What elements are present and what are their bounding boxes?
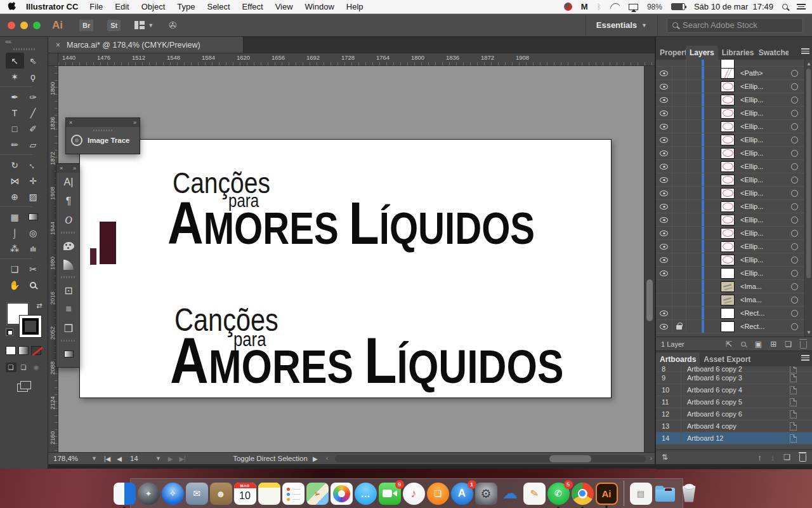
red-app-menu-icon[interactable] — [564, 3, 572, 11]
arrange-documents-button[interactable]: ▼ — [134, 21, 154, 29]
tool-button[interactable]: ✏ — [6, 137, 24, 152]
visibility-cell[interactable] — [656, 280, 672, 293]
lock-icon[interactable] — [676, 325, 682, 330]
dock-item[interactable]: ✆ 5 — [547, 483, 570, 505]
swap-fill-stroke-icon[interactable]: ⇄ — [36, 302, 42, 310]
visibility-cell[interactable] — [656, 240, 672, 253]
new-artboard-icon[interactable]: ❏ — [783, 453, 790, 462]
tool-button[interactable]: ↻ — [6, 157, 24, 173]
menu-item[interactable]: Object — [141, 2, 166, 11]
zoom-dropdown-icon[interactable]: ▼ — [88, 455, 101, 462]
artboard-name[interactable]: Artboard 12 — [681, 434, 790, 442]
wifi-icon[interactable] — [610, 3, 620, 10]
lock-cell[interactable] — [672, 60, 686, 66]
visibility-cell[interactable] — [656, 173, 672, 186]
layer-label[interactable]: <Ellip... — [740, 149, 791, 157]
workspace-switcher[interactable]: Essentials▼ — [586, 15, 658, 35]
collapsed-panel-icon[interactable]: ⊡ — [56, 281, 81, 300]
lock-cell[interactable] — [672, 200, 686, 213]
panel-tab[interactable]: Libraries — [718, 46, 755, 60]
layer-label[interactable]: <Path> — [740, 69, 791, 77]
layer-thumbnail[interactable] — [721, 95, 735, 105]
artboard-row[interactable]: 9 Artboard 6 copy 3 — [656, 372, 812, 384]
target-circle-icon[interactable] — [791, 150, 798, 157]
scrollbar-thumb[interactable] — [646, 279, 653, 321]
collapsed-panel-icon[interactable] — [56, 344, 81, 363]
status-menu-arrow[interactable]: ▶ — [313, 455, 318, 462]
layer-row[interactable]: <Ellip... — [656, 200, 812, 213]
artboard-row[interactable]: 14 Artboard 12 — [656, 432, 812, 444]
artboard-dropdown-icon[interactable]: ▼ — [152, 455, 165, 462]
draw-inside-button[interactable]: ◉ — [31, 363, 42, 372]
layer-row[interactable]: <Ellip... — [656, 240, 812, 253]
color-mode-button[interactable] — [6, 346, 16, 355]
eye-icon[interactable] — [660, 204, 668, 210]
layer-thumbnail[interactable] — [721, 68, 735, 79]
layer-label[interactable]: <Ellip... — [740, 269, 791, 277]
layer-row[interactable]: <Ima... — [656, 280, 812, 293]
artboard-14[interactable]: Canções para AMORES LÍQUIDOS Canções par… — [79, 139, 612, 398]
panel-menu-icon[interactable] — [801, 48, 809, 54]
layer-row[interactable]: <Ellip... — [656, 120, 812, 133]
layer-thumbnail[interactable] — [721, 81, 735, 92]
target-circle-icon[interactable] — [791, 97, 798, 104]
collapsed-panel-icon[interactable]: ¶ — [56, 192, 81, 211]
scroll-left-arrow[interactable]: ‹ — [326, 455, 328, 462]
tool-button[interactable]: ⌡ — [6, 225, 24, 241]
vertical-scrollbar[interactable] — [644, 66, 655, 452]
artboard-page-icon[interactable] — [790, 386, 797, 394]
target-circle-icon[interactable] — [791, 110, 798, 117]
layer-row[interactable]: <Ellip... — [656, 160, 812, 173]
lock-cell[interactable] — [672, 107, 686, 119]
lock-cell[interactable] — [672, 80, 686, 93]
layer-label[interactable]: <Ima... — [740, 283, 791, 290]
lock-cell[interactable] — [672, 93, 686, 106]
document-tab[interactable]: × Marca.ai* @ 178,4% (CMYK/Preview) — [48, 37, 244, 53]
layer-thumbnail[interactable] — [721, 161, 735, 172]
artboard-page-icon[interactable] — [790, 434, 797, 443]
layer-row[interactable]: <Rect... — [656, 320, 812, 333]
visibility-cell[interactable] — [656, 147, 672, 159]
panel-grip[interactable] — [93, 130, 112, 131]
panel-tab[interactable]: Swatches — [755, 46, 789, 60]
artboard-name[interactable]: Artboard 4 copy — [681, 422, 790, 430]
tool-button[interactable]: ❏ — [6, 261, 24, 277]
layer-thumbnail[interactable] — [721, 281, 735, 292]
visibility-cell[interactable] — [656, 107, 672, 119]
locate-object-icon[interactable] — [741, 342, 746, 347]
visibility-cell[interactable] — [656, 80, 672, 93]
lock-cell[interactable] — [672, 307, 686, 319]
battery-icon[interactable] — [671, 3, 685, 10]
layer-row[interactable]: <Ellip... — [656, 147, 812, 160]
menu-item[interactable]: File — [89, 2, 103, 11]
visibility-cell[interactable] — [656, 213, 672, 226]
collapsed-panel-icon[interactable] — [56, 236, 81, 255]
visibility-cell[interactable] — [656, 293, 672, 306]
layer-label[interactable]: <Ellip... — [740, 136, 791, 144]
layer-thumbnail[interactable] — [721, 188, 735, 199]
target-circle-icon[interactable] — [791, 257, 798, 264]
screen-mode-button[interactable] — [17, 381, 31, 392]
close-panel-icon[interactable]: × — [69, 119, 72, 126]
artboard-row[interactable]: 12 Artboard 6 copy 6 — [656, 408, 812, 420]
lock-cell[interactable] — [672, 320, 686, 333]
collapsed-panel-icon[interactable] — [56, 255, 81, 274]
layer-label[interactable]: <Ellip... — [740, 163, 791, 170]
close-panel-icon[interactable]: × — [60, 165, 63, 171]
next-artboard-button[interactable]: ▶ — [165, 455, 176, 462]
menu-item[interactable]: Effect — [242, 2, 263, 11]
move-down-icon[interactable]: ↓ — [771, 453, 775, 462]
tool-button[interactable]: □ — [6, 121, 24, 137]
target-circle-icon[interactable] — [791, 137, 798, 144]
panel-tab[interactable]: Properties — [656, 46, 686, 60]
lock-cell[interactable] — [672, 293, 686, 306]
layer-thumbnail[interactable] — [721, 241, 735, 252]
gpu-performance-icon[interactable]: ✇ — [169, 20, 177, 31]
artboard-row[interactable]: 11 Artboard 6 copy 5 — [656, 396, 812, 408]
malwarebytes-icon[interactable]: M — [581, 2, 588, 11]
dock-item[interactable]: ✉ — [186, 483, 208, 505]
layer-row[interactable]: <Ellip... — [656, 93, 812, 107]
scroll-right-arrow[interactable]: › — [650, 455, 652, 462]
draw-normal-button[interactable]: ❏ — [6, 363, 16, 372]
artboard-name[interactable]: Artboard 6 copy 2 — [681, 366, 790, 373]
